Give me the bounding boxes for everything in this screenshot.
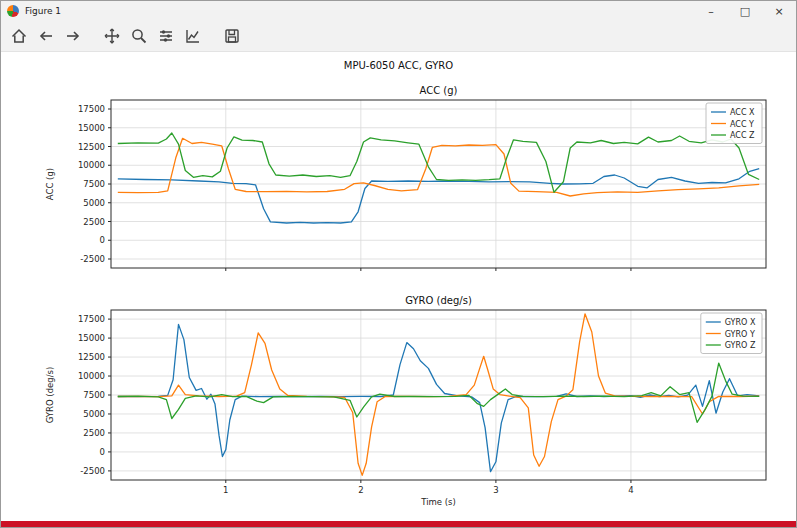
navigation-toolbar <box>1 21 796 52</box>
svg-text:10000: 10000 <box>78 371 105 381</box>
forward-button[interactable] <box>61 24 85 48</box>
line-chart-icon <box>184 27 202 45</box>
figure-canvas[interactable]: MPU-6050 ACC, GYRO -25000250050007500100… <box>1 52 796 527</box>
svg-text:17500: 17500 <box>78 314 105 324</box>
zoom-button[interactable] <box>127 24 151 48</box>
figure-suptitle: MPU-6050 ACC, GYRO <box>1 60 796 71</box>
svg-text:7500: 7500 <box>83 390 105 400</box>
svg-text:0: 0 <box>100 447 105 457</box>
home-button[interactable] <box>7 24 31 48</box>
svg-text:17500: 17500 <box>78 104 105 114</box>
figure-window: Figure 1 – □ × <box>0 0 797 528</box>
svg-text:-2500: -2500 <box>80 254 105 264</box>
magnifier-icon <box>130 27 148 45</box>
svg-text:ACC (g): ACC (g) <box>420 85 458 96</box>
svg-text:3: 3 <box>493 485 498 495</box>
svg-text:15000: 15000 <box>78 123 105 133</box>
configure-subplots-button[interactable] <box>154 24 178 48</box>
svg-text:7500: 7500 <box>83 179 105 189</box>
svg-text:0: 0 <box>100 235 105 245</box>
forward-arrow-icon <box>64 27 82 45</box>
edit-curves-button[interactable] <box>181 24 205 48</box>
matplotlib-logo-icon <box>7 5 19 17</box>
svg-text:GYRO (deg/s): GYRO (deg/s) <box>45 367 55 424</box>
home-icon <box>10 27 28 45</box>
title-bar: Figure 1 – □ × <box>1 1 796 21</box>
floppy-save-icon <box>223 27 241 45</box>
svg-text:2500: 2500 <box>83 217 105 227</box>
svg-text:ACC X: ACC X <box>730 108 755 117</box>
gyro-subplot[interactable]: -250002500500075001000012500150001750012… <box>41 294 771 513</box>
svg-text:5000: 5000 <box>83 198 105 208</box>
svg-text:GYRO X: GYRO X <box>725 318 756 327</box>
svg-text:2500: 2500 <box>83 428 105 438</box>
svg-text:12500: 12500 <box>78 142 105 152</box>
bottom-red-strip <box>1 521 796 527</box>
svg-text:GYRO Z: GYRO Z <box>725 341 756 350</box>
svg-text:12500: 12500 <box>78 352 105 362</box>
acc-subplot[interactable]: -2500025005000750010000125001500017500AC… <box>41 84 771 288</box>
svg-text:-2500: -2500 <box>80 466 105 476</box>
svg-text:4: 4 <box>628 485 633 495</box>
pan-button[interactable] <box>100 24 124 48</box>
svg-text:5000: 5000 <box>83 409 105 419</box>
svg-text:ACC (g): ACC (g) <box>45 168 55 200</box>
svg-text:10000: 10000 <box>78 160 105 170</box>
svg-text:1: 1 <box>223 485 228 495</box>
sliders-icon <box>157 27 175 45</box>
svg-text:2: 2 <box>358 485 363 495</box>
pan-icon <box>103 27 121 45</box>
svg-text:ACC Y: ACC Y <box>730 120 754 129</box>
close-button[interactable]: × <box>762 1 796 21</box>
gyro-chart-svg: -250002500500075001000012500150001750012… <box>41 294 771 509</box>
back-button[interactable] <box>34 24 58 48</box>
save-button[interactable] <box>220 24 244 48</box>
svg-text:ACC Z: ACC Z <box>730 131 755 140</box>
svg-text:GYRO (deg/s): GYRO (deg/s) <box>405 295 472 306</box>
svg-text:GYRO Y: GYRO Y <box>725 330 755 339</box>
acc-chart-svg: -2500025005000750010000125001500017500AC… <box>41 84 771 284</box>
maximize-button[interactable]: □ <box>728 1 762 21</box>
svg-text:15000: 15000 <box>78 333 105 343</box>
window-title: Figure 1 <box>25 6 694 16</box>
minimize-button[interactable]: – <box>694 1 728 21</box>
back-arrow-icon <box>37 27 55 45</box>
svg-text:Time (s): Time (s) <box>420 497 456 507</box>
